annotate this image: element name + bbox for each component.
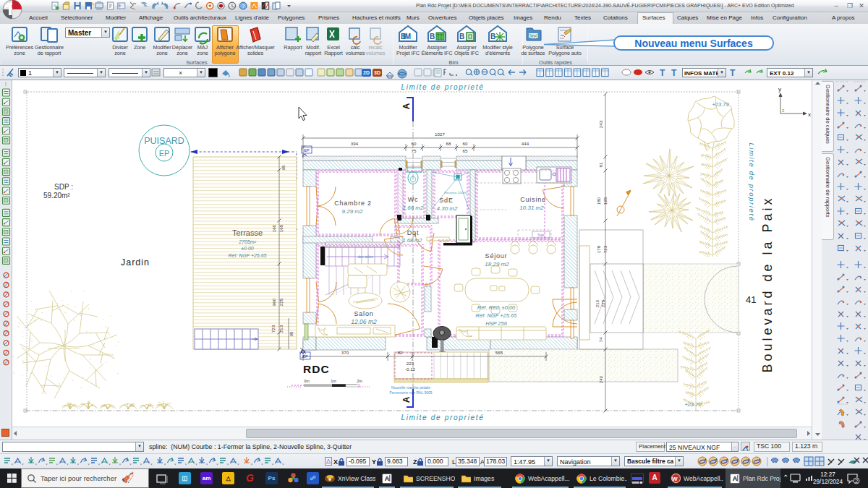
svg-text:T: T [660,68,665,78]
svg-text:160: 160 [271,224,276,232]
svg-text:240: 240 [598,375,603,383]
svg-text:243: 243 [598,120,603,128]
svg-text:74: 74 [598,337,603,342]
svg-text:41: 41 [746,294,756,305]
svg-text:60: 60 [463,141,468,146]
svg-text:A: A [401,103,412,109]
svg-text:[m²]: [m²] [529,33,537,39]
svg-text:960: 960 [271,298,276,306]
svg-text:213: 213 [278,325,284,333]
svg-text:4.30 m2: 4.30 m2 [437,205,458,212]
svg-text:81: 81 [598,162,603,167]
svg-text:Ferronnerie noir RAL 9005: Ferronnerie noir RAL 9005 [389,390,432,395]
svg-text:10.31 m2: 10.31 m2 [519,205,544,211]
svg-text:y: y [778,86,781,93]
svg-text:18.29 m2: 18.29 m2 [485,261,509,267]
svg-text:SDP :: SDP : [54,183,73,191]
svg-text:225: 225 [278,298,284,306]
svg-text:9.29 m2: 9.29 m2 [342,208,363,215]
svg-text:165: 165 [278,224,284,232]
svg-text:12.06 m2: 12.06 m2 [351,318,377,325]
svg-text:2m: 2m [357,379,362,383]
svg-text:Terrasse: Terrasse [232,228,263,237]
svg-text:Salon: Salon [354,310,373,317]
svg-text:T: T [671,68,677,78]
svg-text:165: 165 [603,197,608,205]
svg-text:180: 180 [596,197,601,205]
svg-text:1027: 1027 [435,132,445,137]
svg-text:Réf. NGF +25.65: Réf. NGF +25.65 [229,253,267,258]
svg-text:?: ? [242,3,245,9]
svg-text:RDC: RDC [303,363,330,375]
svg-text:Réf. Réd. ±0.00: Réf. Réd. ±0.00 [477,304,516,311]
svg-text:75: 75 [412,148,417,153]
svg-text:444: 444 [522,141,529,146]
svg-text:65: 65 [463,148,468,153]
svg-text:SdE: SdE [439,197,453,204]
svg-text:Nouvelle marche pédale: Nouvelle marche pédale [391,385,430,390]
svg-text:82: 82 [398,350,403,355]
svg-text:Chambre 2: Chambre 2 [334,200,372,207]
svg-text:-0.12: -0.12 [405,367,416,372]
svg-text:Cuisine: Cuisine [520,196,546,203]
svg-text:95: 95 [281,165,286,170]
svg-text:Receveur 120x90: Receveur 120x90 [444,191,467,194]
svg-text:W: W [672,476,678,482]
svg-text:Séjour: Séjour [485,252,508,260]
svg-text:723: 723 [603,245,608,253]
svg-text:dev toiles: dev toiles [357,254,373,259]
svg-text:IM: IM [403,33,411,40]
svg-text:1.66 m2: 1.66 m2 [403,205,424,211]
svg-text:2705m²: 2705m² [238,239,256,244]
svg-text:68: 68 [446,141,451,146]
svg-text:Stair: Stair [537,234,545,237]
svg-text:Limite de proprieté: Limite de proprieté [748,142,756,221]
svg-text:A: A [401,396,412,403]
svg-text:60: 60 [412,141,417,146]
svg-text:370: 370 [341,350,349,355]
svg-text:x: x [808,111,811,118]
svg-text:Jardin: Jardin [121,257,150,267]
svg-text:B: B [430,33,435,40]
svg-text:Limite de proprieté: Limite de proprieté [401,83,484,91]
svg-text:Réf. NGF +25.65: Réf. NGF +25.65 [476,312,518,319]
svg-text:z: z [782,108,785,113]
svg-text:2: 2 [855,478,858,484]
svg-text:Limite de proprieté: Limite de proprieté [401,414,484,421]
svg-text:565: 565 [495,350,503,355]
svg-text:±0.00: ±0.00 [241,246,254,251]
svg-text:723: 723 [271,325,276,333]
svg-text:1m: 1m [331,379,336,383]
svg-text:95: 95 [289,331,294,336]
svg-text:B: B [459,33,464,40]
svg-text:225: 225 [600,299,605,307]
svg-text:EP: EP [159,149,170,158]
svg-text:1.68 m2: 1.68 m2 [402,237,422,244]
svg-text:EP: EP [304,148,310,153]
svg-text:T: T [730,68,736,78]
svg-text:0m: 0m [304,379,310,383]
svg-text:+23.79: +23.79 [712,101,729,108]
svg-text:Dgt: Dgt [407,229,419,236]
svg-text:Boulevard de la Paix: Boulevard de la Paix [760,195,775,372]
svg-text:Wc: Wc [408,196,419,203]
svg-text:210: 210 [595,299,600,307]
svg-text:59.20m²: 59.20m² [43,192,70,200]
svg-text:178: 178 [596,245,601,253]
svg-text:PUISARD: PUISARD [144,136,184,146]
svg-text:394: 394 [351,141,359,146]
svg-text:HSP 256: HSP 256 [485,320,508,327]
